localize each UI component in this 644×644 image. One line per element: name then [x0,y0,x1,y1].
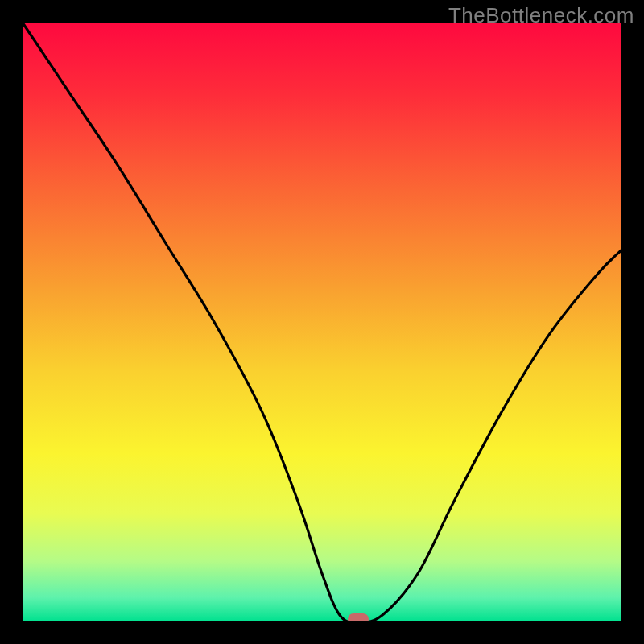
bottleneck-curve [23,23,621,621]
plot-area [23,23,621,621]
chart-frame: TheBottleneck.com [0,0,644,644]
optimum-marker [348,613,369,621]
watermark-label: TheBottleneck.com [448,3,634,28]
